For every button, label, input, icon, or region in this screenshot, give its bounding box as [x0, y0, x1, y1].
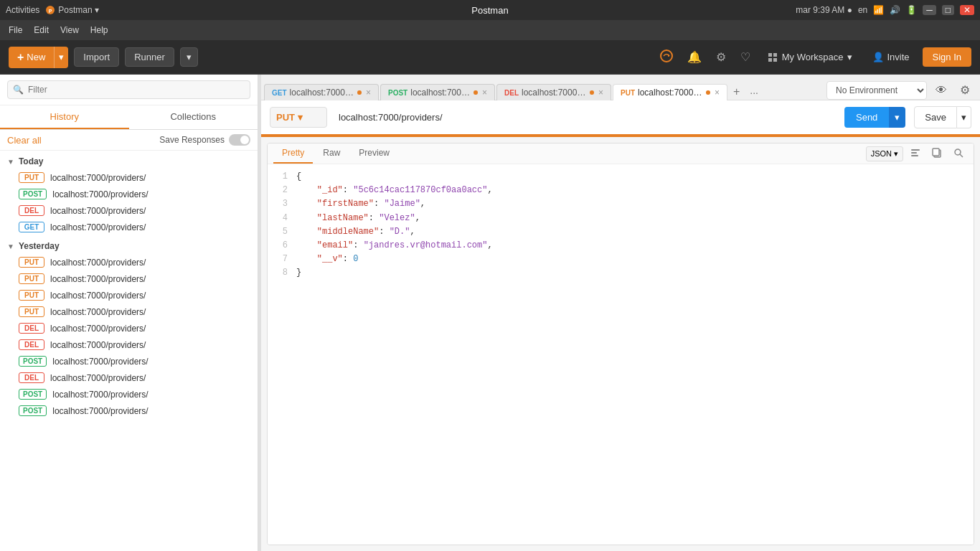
clear-all-button[interactable]: Clear all — [7, 135, 42, 146]
menu-file[interactable]: File — [9, 25, 22, 35]
close-btn[interactable]: ✕ — [960, 5, 974, 15]
group-today-header[interactable]: ▼ Today — [0, 154, 258, 169]
tab-pretty[interactable]: Pretty — [273, 143, 313, 164]
group-today-label: Today — [19, 156, 43, 166]
settings-button[interactable]: ⚙ — [712, 47, 730, 67]
tab-url-post: localhost:7000/pr — [410, 88, 471, 98]
url-input[interactable] — [333, 108, 839, 127]
maximize-btn[interactable]: □ — [942, 5, 954, 15]
save-dropdown-button[interactable]: ▾ — [957, 106, 971, 128]
format-selector[interactable]: JSON ▾ — [866, 146, 903, 161]
add-tab-button[interactable]: + — [729, 84, 744, 100]
send-dropdown-button[interactable]: ▾ — [889, 107, 905, 128]
line-number: 6 — [273, 239, 288, 253]
history-item[interactable]: PUT localhost:7000/providers/ — [0, 270, 258, 287]
search-in-editor-icon — [953, 147, 964, 159]
save-responses-toggle[interactable] — [229, 134, 250, 146]
extra-button[interactable]: ▾ — [180, 47, 198, 67]
copy-button[interactable] — [928, 145, 946, 163]
editor-area: Pretty Raw Preview JSON ▾ — [267, 143, 974, 545]
tab-history[interactable]: History — [0, 105, 129, 129]
time-label: mar 9:39 AM ● — [796, 5, 852, 15]
tab-put-active[interactable]: PUT localhost:7000/pro × — [613, 84, 727, 100]
runner-button[interactable]: Runner — [125, 47, 174, 67]
method-badge-put: PUT — [19, 290, 44, 301]
tab-post[interactable]: POST localhost:7000/pr × — [380, 84, 495, 100]
history-item[interactable]: POST localhost:7000/providers/ — [0, 402, 258, 419]
menu-edit[interactable]: Edit — [34, 25, 49, 35]
history-url: localhost:7000/providers/ — [52, 189, 250, 199]
code-editor[interactable]: 1 { 2 "_id": "5c6c14cac117870cf0aa0acc",… — [268, 164, 974, 545]
menu-view[interactable]: View — [60, 25, 79, 35]
tab-get[interactable]: GET localhost:7000/pro × — [264, 84, 379, 100]
group-today: ▼ Today PUT localhost:7000/providers/ PO… — [0, 154, 258, 235]
history-item[interactable]: DEL localhost:7000/providers/ — [0, 369, 258, 386]
tab-collections[interactable]: Collections — [129, 105, 258, 129]
environment-dropdown[interactable]: No Environment — [826, 81, 927, 100]
history-item[interactable]: POST localhost:7000/providers/ — [0, 186, 258, 202]
save-button[interactable]: Save — [914, 106, 957, 128]
import-button[interactable]: Import — [74, 47, 119, 67]
filter-input[interactable] — [7, 80, 250, 99]
group-yesterday-header[interactable]: ▼ Yesterday — [0, 238, 258, 254]
search-icon: 🔍 — [13, 85, 24, 95]
history-item[interactable]: PUT localhost:7000/providers/ — [0, 303, 258, 320]
line-number: 8 — [273, 266, 288, 280]
history-item[interactable]: PUT localhost:7000/providers/ — [0, 254, 258, 270]
history-item[interactable]: DEL localhost:7000/providers/ — [0, 202, 258, 219]
env-settings-button[interactable]: ⚙ — [956, 80, 974, 100]
history-item[interactable]: POST localhost:7000/providers/ — [0, 386, 258, 402]
method-select[interactable]: PUT ▾ — [270, 107, 327, 128]
history-url: localhost:7000/providers/ — [50, 307, 250, 317]
sync-button[interactable] — [656, 47, 677, 68]
new-button-dropdown[interactable]: ▾ — [54, 47, 68, 68]
tab-close-get[interactable]: × — [366, 88, 371, 98]
postman-app-menu[interactable]: P Postman ▾ — [45, 5, 99, 15]
tab-del[interactable]: DEL localhost:7000/pro × — [496, 84, 611, 100]
line-content: } — [296, 266, 301, 280]
save-button-group: Save ▾ — [914, 106, 971, 128]
tab-close-del[interactable]: × — [598, 88, 603, 98]
line-number: 4 — [273, 212, 288, 225]
locale-label[interactable]: en — [858, 5, 867, 15]
new-button[interactable]: + New — [9, 47, 54, 68]
tab-preview[interactable]: Preview — [350, 143, 398, 164]
search-in-editor-button[interactable] — [949, 145, 968, 163]
send-button[interactable]: Send — [844, 107, 889, 128]
tab-url-del: localhost:7000/pro — [522, 88, 587, 98]
code-line-6: 6 "email": "jandres.vr@hotmail.com", — [273, 239, 968, 253]
env-eye-button[interactable]: 👁 — [931, 81, 951, 100]
tab-close-put[interactable]: × — [715, 88, 720, 98]
beautify-button[interactable] — [906, 145, 925, 163]
method-badge-put: PUT — [19, 306, 44, 317]
svg-rect-11 — [933, 149, 939, 156]
editor-toolbar-right: JSON ▾ — [866, 145, 968, 163]
activities-label[interactable]: Activities — [6, 5, 39, 15]
history-item[interactable]: DEL localhost:7000/providers/ — [0, 320, 258, 336]
line-number: 7 — [273, 253, 288, 266]
method-chevron-icon: ▾ — [298, 112, 303, 123]
menu-help[interactable]: Help — [90, 25, 108, 35]
tab-raw[interactable]: Raw — [314, 143, 349, 164]
notification-button[interactable]: 🔔 — [683, 47, 706, 67]
history-item[interactable]: DEL localhost:7000/providers/ — [0, 336, 258, 353]
history-item[interactable]: PUT localhost:7000/providers/ — [0, 169, 258, 186]
request-bar: PUT ▾ Send ▾ Save ▾ — [261, 100, 980, 136]
more-tabs-button[interactable]: ··· — [745, 85, 763, 100]
invite-button[interactable]: 👤 Invite — [865, 48, 916, 66]
history-item[interactable]: POST localhost:7000/providers/ — [0, 353, 258, 369]
history-item[interactable]: PUT localhost:7000/providers/ — [0, 287, 258, 303]
line-content: { — [296, 170, 301, 184]
minimize-btn[interactable]: ─ — [923, 5, 936, 15]
sign-in-button[interactable]: Sign In — [923, 47, 971, 67]
heart-button[interactable]: ♡ — [736, 47, 755, 67]
history-url: localhost:7000/providers/ — [50, 324, 250, 334]
tab-close-post[interactable]: × — [482, 88, 487, 98]
code-line-7: 7 "__v": 0 — [273, 253, 968, 266]
workspace-button[interactable]: My Workspace ▾ — [760, 48, 860, 66]
history-item[interactable]: GET localhost:7000/providers/ — [0, 219, 258, 235]
svg-rect-7 — [911, 149, 920, 151]
svg-point-2 — [661, 50, 672, 62]
line-number: 2 — [273, 184, 288, 197]
line-content: "_id": "5c6c14cac117870cf0aa0acc", — [296, 184, 493, 197]
